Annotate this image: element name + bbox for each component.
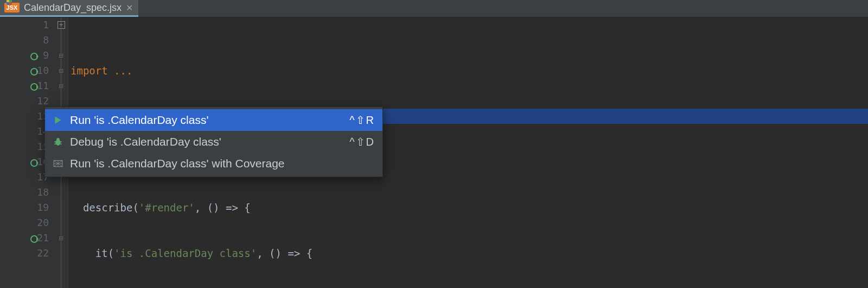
fold-collapse-icon[interactable]: ⊟ <box>54 48 68 63</box>
file-tab[interactable]: JSX CalendarDay_spec.jsx ✕ <box>0 0 138 17</box>
line-number: 16 <box>0 154 49 170</box>
code-line: it('is .CalendarDay class', () => { <box>71 246 868 261</box>
line-number: 22 <box>0 246 49 261</box>
line-number: 17 <box>0 170 49 185</box>
line-number: 12 <box>0 93 49 109</box>
run-gutter-icon[interactable] <box>30 80 39 89</box>
line-number: 20 <box>0 215 49 230</box>
menu-item-debug[interactable]: Debug 'is .CalendarDay class' ^⇧D <box>45 131 382 153</box>
close-icon[interactable]: ✕ <box>126 3 133 13</box>
fold-collapse-icon[interactable]: ⊟ <box>54 78 68 93</box>
line-number: 15 <box>0 139 49 154</box>
menu-item-run[interactable]: Run 'is .CalendarDay class' ^⇧R <box>45 109 382 131</box>
line-number: 14 <box>0 124 49 139</box>
menu-item-label: Debug 'is .CalendarDay class' <box>70 135 343 148</box>
tab-bar: JSX CalendarDay_spec.jsx ✕ <box>0 0 868 17</box>
line-number: 8 <box>0 33 49 48</box>
fold-expand-icon[interactable]: + <box>54 17 68 33</box>
context-menu: Run 'is .CalendarDay class' ^⇧R Debug 'i… <box>44 107 383 177</box>
jsx-file-icon: JSX <box>4 3 20 12</box>
run-gutter-icon[interactable] <box>30 156 39 165</box>
coverage-icon <box>53 158 63 169</box>
line-number: 19 <box>0 200 49 215</box>
menu-item-label: Run 'is .CalendarDay class' <box>70 114 343 127</box>
line-number: 21 <box>0 230 49 246</box>
svg-line-9 <box>54 143 56 144</box>
svg-point-6 <box>56 138 60 141</box>
line-number: 1 <box>0 17 49 33</box>
line-number: 10 <box>0 63 49 78</box>
line-number: 9 <box>0 48 49 63</box>
fold-collapse-icon[interactable]: ⊟ <box>54 230 68 246</box>
code-line: import ... <box>71 63 868 78</box>
menu-item-label: Run 'is .CalendarDay class' with Coverag… <box>70 157 368 170</box>
menu-item-coverage[interactable]: Run 'is .CalendarDay class' with Coverag… <box>45 153 382 174</box>
line-number: 13 <box>0 109 49 124</box>
menu-item-shortcut: ^⇧R <box>349 114 375 127</box>
line-number: 11 <box>0 78 49 93</box>
run-gutter-icon[interactable] <box>30 50 39 59</box>
tab-filename: CalendarDay_spec.jsx <box>24 2 122 14</box>
bug-icon <box>53 136 63 147</box>
menu-item-shortcut: ^⇧D <box>349 135 375 148</box>
svg-line-10 <box>60 143 61 144</box>
code-line: describe('#render', () => { <box>71 200 868 215</box>
run-gutter-icon[interactable] <box>30 233 39 241</box>
play-icon <box>53 115 63 126</box>
fold-collapse-icon[interactable]: ⊟ <box>54 63 68 78</box>
run-gutter-icon[interactable] <box>30 65 39 74</box>
line-number: 18 <box>0 185 49 200</box>
